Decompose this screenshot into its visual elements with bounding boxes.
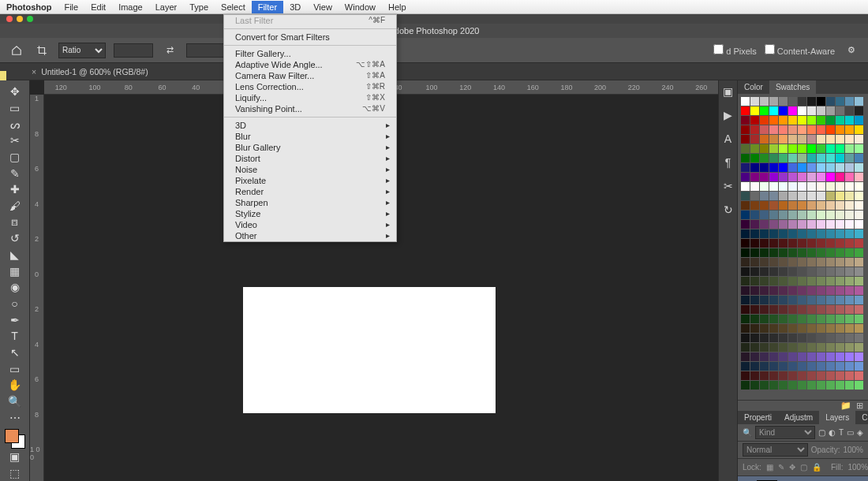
swatch[interactable]: [760, 286, 769, 295]
swatch[interactable]: [798, 163, 806, 172]
swatch[interactable]: [750, 116, 759, 125]
maximize-window-icon[interactable]: [27, 16, 33, 22]
swatch[interactable]: [750, 267, 759, 276]
swatch[interactable]: [798, 315, 806, 323]
swatch[interactable]: [769, 211, 778, 219]
swatch[interactable]: [855, 248, 863, 257]
pen-tool-icon[interactable]: ✒: [4, 311, 26, 328]
document-canvas[interactable]: [243, 287, 496, 413]
swatch[interactable]: [741, 163, 750, 172]
marquee-tool-icon[interactable]: ▭: [4, 100, 26, 117]
swatch[interactable]: [779, 305, 788, 314]
swatch[interactable]: [798, 352, 806, 361]
swatch[interactable]: [769, 371, 778, 380]
swatch[interactable]: [855, 106, 863, 115]
swatch[interactable]: [741, 239, 750, 248]
swatch[interactable]: [817, 371, 825, 380]
swatch[interactable]: [855, 343, 863, 352]
menu-item-other[interactable]: Other: [224, 230, 396, 241]
swatch[interactable]: [788, 144, 797, 153]
swatch[interactable]: [741, 286, 750, 295]
swatch[interactable]: [788, 381, 797, 390]
eyedropper-tool-icon[interactable]: ✎: [4, 165, 26, 181]
home-icon[interactable]: [8, 42, 25, 59]
gear-icon[interactable]: ⚙: [843, 42, 860, 59]
menu-window[interactable]: Window: [339, 1, 382, 13]
swatch[interactable]: [855, 315, 863, 323]
swatch[interactable]: [845, 267, 854, 276]
swatch[interactable]: [817, 173, 825, 181]
swatch[interactable]: [845, 201, 854, 210]
swatch[interactable]: [798, 286, 806, 295]
swatch[interactable]: [845, 229, 854, 238]
swatch[interactable]: [855, 220, 863, 229]
swatch[interactable]: [741, 182, 750, 191]
menu-image[interactable]: Image: [112, 1, 149, 13]
swatch[interactable]: [798, 211, 806, 219]
swatch[interactable]: [750, 154, 759, 162]
swatch[interactable]: [798, 201, 806, 210]
swatch[interactable]: [750, 371, 759, 380]
swatch[interactable]: [798, 182, 806, 191]
swatch[interactable]: [817, 258, 825, 267]
swatch[interactable]: [798, 125, 806, 134]
menu-select[interactable]: Select: [215, 1, 252, 13]
swatch[interactable]: [750, 97, 759, 106]
swatch[interactable]: [798, 229, 806, 238]
swatch[interactable]: [855, 305, 863, 314]
swatch[interactable]: [836, 277, 844, 285]
swatch[interactable]: [750, 106, 759, 115]
swatch[interactable]: [807, 229, 816, 238]
swatch[interactable]: [836, 144, 844, 153]
swatch[interactable]: [836, 97, 844, 106]
swatch[interactable]: [836, 220, 844, 229]
tab-layers[interactable]: Layers: [819, 411, 855, 424]
swatch[interactable]: [836, 286, 844, 295]
swatch[interactable]: [826, 192, 835, 200]
kind-select[interactable]: Kind: [755, 426, 815, 439]
fill-value[interactable]: 100%: [847, 463, 868, 472]
menu-item-adaptive-wide-angle[interactable]: Adaptive Wide Angle...⌥⇧⌘A: [224, 59, 396, 70]
swatch[interactable]: [836, 334, 844, 342]
swatch[interactable]: [817, 106, 825, 115]
swatch[interactable]: [836, 267, 844, 276]
swatch[interactable]: [779, 324, 788, 333]
swatch[interactable]: [788, 296, 797, 304]
swatch[interactable]: [817, 352, 825, 361]
swatch[interactable]: [807, 334, 816, 342]
swatch[interactable]: [760, 97, 769, 106]
swatch[interactable]: [760, 334, 769, 342]
lock-artboard-icon[interactable]: ▢: [800, 463, 807, 472]
menu-item-filter-gallery[interactable]: Filter Gallery...: [224, 48, 396, 59]
swatch[interactable]: [817, 135, 825, 144]
swatch[interactable]: [798, 144, 806, 153]
swatch[interactable]: [817, 286, 825, 295]
menu-item-lens-correction[interactable]: Lens Correction...⇧⌘R: [224, 81, 396, 92]
swatch[interactable]: [845, 305, 854, 314]
swatch[interactable]: [788, 182, 797, 191]
swatch[interactable]: [845, 286, 854, 295]
swatch[interactable]: [788, 286, 797, 295]
swatch[interactable]: [855, 144, 863, 153]
swatch[interactable]: [779, 229, 788, 238]
swatch[interactable]: [817, 362, 825, 371]
swatch[interactable]: [855, 258, 863, 267]
swatch[interactable]: [826, 154, 835, 162]
swatch[interactable]: [845, 343, 854, 352]
swatch[interactable]: [817, 343, 825, 352]
swatch[interactable]: [855, 211, 863, 219]
healing-tool-icon[interactable]: ✚: [4, 181, 26, 198]
menu-item-blur-gallery[interactable]: Blur Gallery: [224, 142, 396, 153]
swatch[interactable]: [760, 305, 769, 314]
rail-play-icon[interactable]: ▶: [724, 109, 732, 121]
swatch[interactable]: [741, 192, 750, 200]
document-tab[interactable]: Untitled-1 @ 600% (RGB/8#): [32, 67, 148, 76]
swatch[interactable]: [845, 258, 854, 267]
swatch[interactable]: [769, 182, 778, 191]
swatch[interactable]: [788, 229, 797, 238]
swatch[interactable]: [750, 277, 759, 285]
swatch[interactable]: [750, 211, 759, 219]
move-tool-icon[interactable]: ✥: [4, 84, 26, 100]
screen-mode-icon[interactable]: ⬚: [4, 464, 26, 481]
swatch[interactable]: [845, 220, 854, 229]
